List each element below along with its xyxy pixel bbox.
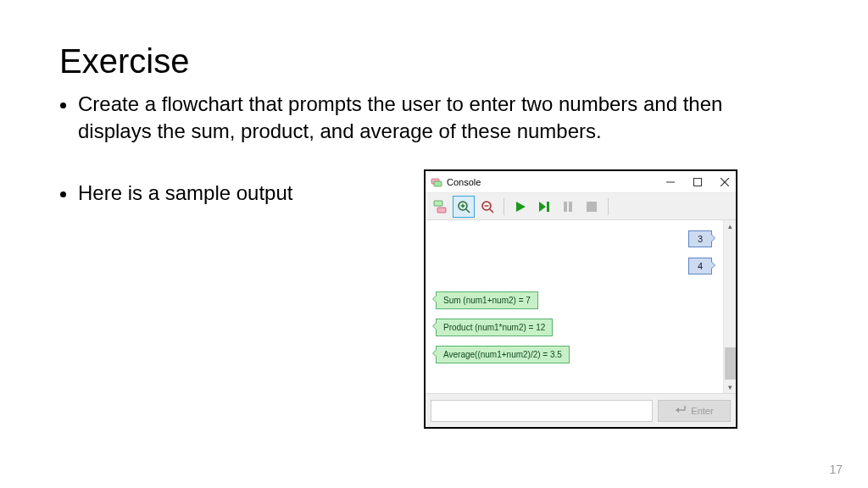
svg-marker-15: [516, 202, 526, 212]
console-input-area: Enter: [426, 393, 736, 427]
input-bubble: 3: [688, 230, 712, 247]
play-icon[interactable]: [509, 196, 531, 218]
slide-title: Exercise: [59, 42, 809, 80]
console-window: Console: [424, 169, 737, 429]
console-app-icon: [431, 176, 442, 188]
page-number: 17: [829, 463, 843, 476]
layout-icon[interactable]: [429, 196, 451, 218]
svg-rect-3: [694, 178, 702, 186]
bullet-item: Create a flowchart that prompts the user…: [78, 91, 739, 146]
console-input[interactable]: [431, 400, 653, 422]
svg-rect-17: [547, 202, 549, 212]
svg-line-13: [490, 209, 493, 213]
slide: Exercise Create a flowchart that prompts…: [0, 0, 868, 488]
zoom-out-icon[interactable]: [476, 196, 498, 218]
scroll-down-icon[interactable]: ▾: [728, 381, 732, 393]
toolbar-separator: [608, 198, 609, 215]
output-bubble: Product (num1*num2) = 12: [436, 319, 553, 336]
console-body: 3 4 Sum (num1+num2) = 7 Product (num1*nu…: [426, 220, 736, 393]
enter-button[interactable]: Enter: [658, 400, 731, 422]
svg-rect-18: [564, 202, 567, 212]
output-bubble: Average((num1+num2)/2) = 3.5: [436, 346, 570, 363]
svg-line-9: [466, 209, 470, 213]
svg-marker-21: [676, 408, 679, 413]
pause-icon[interactable]: [557, 196, 579, 218]
console-toolbar: [426, 193, 736, 220]
vertical-scrollbar[interactable]: ▴ ▾: [723, 220, 736, 393]
enter-arrow-icon: [675, 405, 687, 417]
scroll-up-icon[interactable]: ▴: [728, 220, 732, 232]
svg-rect-6: [434, 201, 442, 206]
minimize-button[interactable]: [665, 176, 676, 188]
console-title: Console: [447, 177, 665, 187]
svg-rect-20: [587, 202, 597, 212]
input-bubble: 4: [688, 258, 712, 274]
svg-marker-16: [539, 202, 546, 212]
close-button[interactable]: [719, 176, 731, 188]
stop-icon[interactable]: [581, 196, 603, 218]
zoom-in-icon[interactable]: [453, 196, 475, 218]
maximize-button[interactable]: [692, 176, 704, 188]
enter-button-label: Enter: [691, 406, 713, 416]
scrollbar-thumb[interactable]: [725, 347, 736, 380]
step-icon[interactable]: [533, 196, 555, 218]
svg-rect-1: [434, 181, 442, 186]
svg-rect-7: [437, 208, 446, 213]
svg-rect-19: [569, 202, 572, 212]
console-titlebar: Console: [426, 171, 736, 193]
toolbar-separator: [504, 198, 504, 215]
output-bubble: Sum (num1+num2) = 7: [436, 291, 538, 309]
